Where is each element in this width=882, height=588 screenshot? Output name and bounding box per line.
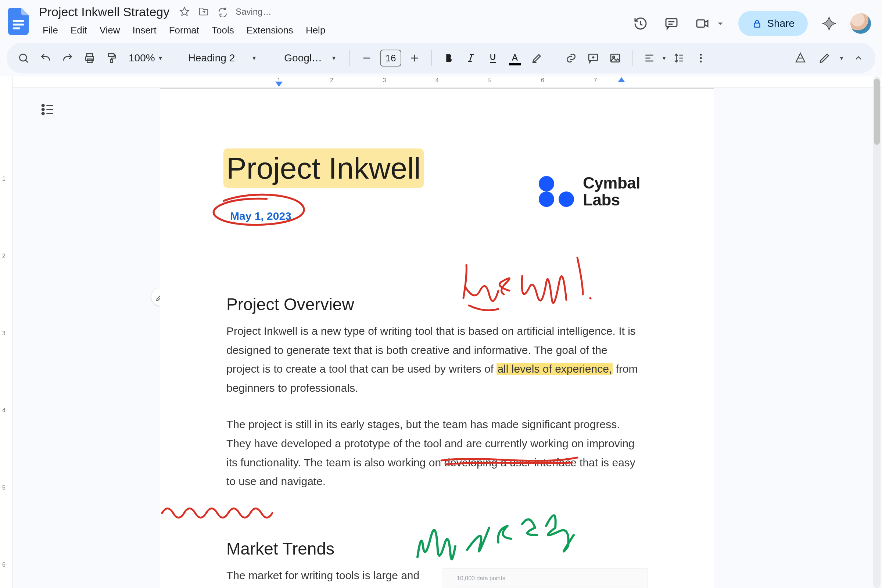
svg-rect-4 <box>697 20 705 27</box>
chevron-down-icon[interactable] <box>714 17 726 30</box>
left-indent-icon[interactable] <box>275 82 283 87</box>
underline-icon[interactable] <box>484 49 502 67</box>
svg-rect-19 <box>645 58 650 59</box>
vertical-scrollbar[interactable] <box>873 76 880 588</box>
svg-point-26 <box>42 112 44 115</box>
chevron-down-icon[interactable]: ▾ <box>663 55 666 62</box>
overview-heading[interactable]: Project Overview <box>226 294 648 314</box>
svg-rect-1 <box>13 24 24 26</box>
svg-rect-3 <box>666 19 677 27</box>
ruler-mark: 3 <box>2 330 6 337</box>
chevron-down-icon[interactable]: ▾ <box>840 55 843 62</box>
paragraph-style-dropdown[interactable]: Heading 2 ▾ <box>182 52 262 64</box>
gemini-spark-icon[interactable] <box>819 14 838 33</box>
share-button-label: Share <box>767 18 795 29</box>
print-icon[interactable] <box>81 49 99 67</box>
svg-rect-11 <box>111 60 112 63</box>
highlighted-text: all levels of experience, <box>496 363 613 375</box>
ruler-mark: 2 <box>2 253 6 260</box>
ruler-mark: 1 <box>2 176 6 182</box>
line-spacing-icon[interactable] <box>670 49 688 67</box>
search-icon[interactable] <box>15 49 32 67</box>
ruler-mark: 5 <box>488 77 492 84</box>
move-to-folder-icon[interactable] <box>197 6 210 18</box>
embedded-chart[interactable]: 10,000 data points <box>442 568 648 588</box>
document-title[interactable]: Project Inkwell Strategy <box>37 4 172 20</box>
bold-icon[interactable] <box>440 49 458 67</box>
saving-status: Saving… <box>236 7 271 17</box>
ruler-mark: 7 <box>594 77 597 84</box>
font-family-dropdown[interactable]: Googl… ▾ <box>278 52 341 64</box>
pen-mode-icon[interactable] <box>816 49 834 67</box>
svg-rect-0 <box>13 20 24 22</box>
company-logo-text: Cymbal Labs <box>583 175 640 208</box>
menu-view[interactable]: View <box>94 22 125 38</box>
font-size-input[interactable]: 16 <box>380 50 401 66</box>
account-avatar[interactable] <box>850 13 871 34</box>
formatting-toolbar: 100% ▾ Heading 2 ▾ Googl… ▾ 16 ▾ ▾ <box>7 43 875 74</box>
company-logo: Cymbal Labs <box>539 174 640 209</box>
menu-edit[interactable]: Edit <box>65 22 92 38</box>
italic-icon[interactable] <box>462 49 480 67</box>
menu-format[interactable]: Format <box>164 22 204 38</box>
highlight-icon[interactable] <box>528 49 546 67</box>
svg-point-22 <box>700 57 702 59</box>
ruler-mark: 6 <box>2 561 6 568</box>
chevron-down-icon: ▾ <box>252 54 256 62</box>
text-color-icon[interactable] <box>506 49 524 67</box>
circle-annotation-icon <box>208 189 310 232</box>
add-comment-icon[interactable] <box>584 49 602 67</box>
menu-extensions[interactable]: Extensions <box>242 22 298 38</box>
zoom-value: 100% <box>129 52 155 64</box>
collapse-toolbar-icon[interactable] <box>850 49 867 67</box>
decrease-font-icon[interactable] <box>358 49 376 67</box>
trends-heading[interactable]: Market Trends <box>226 539 648 559</box>
overview-paragraph-1[interactable]: Project Inkwell is a new type of writing… <box>226 322 642 397</box>
svg-point-23 <box>700 61 702 63</box>
vertical-ruler: 123456 <box>0 76 12 588</box>
share-button[interactable]: Share <box>738 11 808 36</box>
docs-logo-icon[interactable] <box>5 4 32 39</box>
increase-font-icon[interactable] <box>406 49 423 67</box>
ruler-mark: 2 <box>330 77 333 84</box>
chevron-down-icon: ▾ <box>159 54 162 62</box>
document-outline-icon[interactable] <box>37 99 59 120</box>
svg-rect-2 <box>13 28 20 29</box>
meet-icon[interactable] <box>693 14 712 33</box>
font-family-value: Googl… <box>284 52 322 64</box>
squiggle-annotation-icon <box>160 504 285 519</box>
trends-paragraph-1[interactable]: The market for writing tools is large an… <box>226 566 420 588</box>
ruler-mark: 6 <box>541 77 544 84</box>
comments-icon[interactable] <box>662 14 681 33</box>
insert-link-icon[interactable] <box>562 49 580 67</box>
editing-mode-icon[interactable] <box>792 49 809 67</box>
undo-icon[interactable] <box>37 49 54 67</box>
svg-rect-12 <box>363 58 370 59</box>
overview-paragraph-2[interactable]: The project is still in its early stages… <box>226 415 642 490</box>
svg-rect-18 <box>645 55 653 56</box>
doc-title-h1[interactable]: Project Inkwell <box>226 152 421 185</box>
svg-point-21 <box>700 54 702 56</box>
zoom-dropdown[interactable]: 100% ▾ <box>125 52 166 64</box>
menu-file[interactable]: File <box>38 22 63 38</box>
align-icon[interactable] <box>640 49 658 67</box>
insert-image-icon[interactable] <box>606 49 624 67</box>
cloud-sync-icon[interactable] <box>216 6 229 18</box>
menu-tools[interactable]: Tools <box>207 22 239 38</box>
star-icon[interactable] <box>178 6 191 18</box>
menu-insert[interactable]: Insert <box>128 22 162 38</box>
more-icon[interactable] <box>692 49 710 67</box>
ruler-mark: 5 <box>2 484 6 491</box>
scrollbar-thumb[interactable] <box>874 79 880 145</box>
paint-format-icon[interactable] <box>103 49 120 67</box>
right-indent-icon[interactable] <box>618 77 625 82</box>
svg-point-25 <box>42 108 44 111</box>
redo-icon[interactable] <box>59 49 76 67</box>
menu-help[interactable]: Help <box>301 22 330 38</box>
history-icon[interactable] <box>631 14 650 33</box>
svg-point-24 <box>42 104 44 106</box>
svg-point-6 <box>20 54 27 61</box>
svg-rect-10 <box>108 54 114 57</box>
document-page: Project Inkwell May 1, 2023 Cymbal Labs … <box>160 88 714 588</box>
horizontal-ruler: 1234567 <box>12 76 882 87</box>
